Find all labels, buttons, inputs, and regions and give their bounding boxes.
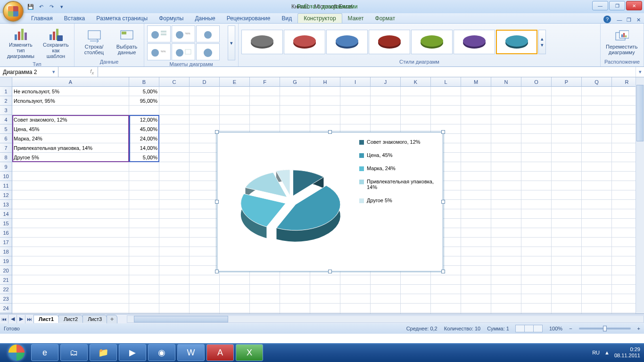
cell[interactable] [159, 96, 190, 106]
cell[interactable] [340, 115, 371, 124]
cell[interactable] [521, 285, 552, 294]
cell[interactable] [310, 275, 340, 285]
cell[interactable] [461, 134, 491, 143]
cell[interactable] [12, 228, 129, 238]
cell[interactable] [220, 275, 250, 285]
formula-input[interactable] [98, 67, 636, 77]
cell[interactable] [12, 181, 129, 190]
resize-handle[interactable] [215, 200, 219, 204]
cell[interactable] [159, 200, 190, 209]
cell[interactable] [552, 153, 582, 162]
office-button[interactable] [3, 1, 24, 22]
cell[interactable] [190, 115, 220, 124]
cell[interactable] [582, 153, 612, 162]
cell[interactable]: Используют, 95% [12, 96, 129, 106]
cell[interactable]: Марка, 24% [12, 134, 129, 143]
cell[interactable] [371, 285, 401, 294]
row-header[interactable]: 10 [0, 172, 12, 181]
cell[interactable] [521, 304, 552, 313]
cell[interactable] [12, 294, 129, 304]
cell[interactable] [250, 96, 280, 106]
cell[interactable] [461, 162, 491, 172]
cell[interactable] [159, 181, 190, 190]
zoom-slider-thumb[interactable] [603, 326, 607, 331]
sheet-tab-3[interactable]: Лист3 [83, 315, 107, 323]
cell[interactable] [552, 209, 582, 219]
cell[interactable] [582, 266, 612, 275]
cell[interactable] [190, 181, 220, 190]
cell[interactable] [461, 285, 491, 294]
row-header[interactable]: 5 [0, 124, 12, 134]
cell[interactable] [340, 285, 371, 294]
resize-handle[interactable] [441, 200, 445, 204]
taskbar-media-icon[interactable]: ▶ [119, 344, 146, 361]
cell[interactable] [431, 304, 461, 313]
scrollbar-thumb[interactable] [134, 316, 228, 322]
cell[interactable] [12, 313, 129, 314]
cell[interactable] [491, 209, 521, 219]
cell[interactable] [431, 285, 461, 294]
cell[interactable]: Совет знакомого, 12% [12, 115, 129, 124]
sheet-nav-prev-icon[interactable]: ◀ [8, 315, 17, 323]
cell[interactable]: 5,00% [129, 87, 159, 96]
cell[interactable] [461, 266, 491, 275]
cell[interactable] [190, 87, 220, 96]
cell[interactable] [159, 247, 190, 256]
cell[interactable] [461, 294, 491, 304]
column-header[interactable]: K [401, 77, 431, 87]
cell[interactable] [12, 266, 129, 275]
cell[interactable] [190, 162, 220, 172]
tab-review[interactable]: Рецензирование [221, 14, 276, 23]
name-box[interactable]: ▾ [0, 67, 58, 77]
row-header[interactable]: 19 [0, 256, 12, 266]
cell[interactable] [521, 294, 552, 304]
cell[interactable] [220, 313, 250, 314]
wb-restore-icon[interactable]: ❐ [625, 16, 633, 23]
style-gallery-more[interactable]: ▴▾ [538, 30, 546, 54]
cell[interactable] [280, 285, 310, 294]
cell[interactable] [552, 190, 582, 200]
row-header[interactable]: 9 [0, 162, 12, 172]
resize-handle[interactable] [215, 130, 219, 134]
start-button[interactable] [4, 344, 29, 361]
view-page-break-button[interactable] [533, 325, 543, 332]
resize-handle[interactable] [441, 130, 445, 134]
cell[interactable] [220, 106, 250, 115]
cell[interactable] [521, 96, 552, 106]
name-box-input[interactable] [3, 69, 45, 75]
cell[interactable] [582, 294, 612, 304]
cell[interactable] [129, 172, 159, 181]
column-header[interactable]: I [340, 77, 371, 87]
cell[interactable] [521, 172, 552, 181]
row-header[interactable]: 8 [0, 153, 12, 162]
cell[interactable] [491, 96, 521, 106]
legend-item[interactable]: Марка, 24% [359, 165, 438, 171]
cell[interactable]: 95,00% [129, 96, 159, 106]
cell[interactable] [340, 275, 371, 285]
cell[interactable] [371, 304, 401, 313]
tab-formulas[interactable]: Формулы [153, 14, 189, 23]
cell[interactable] [129, 162, 159, 172]
cell[interactable] [461, 313, 491, 314]
layout-item[interactable] [196, 43, 220, 60]
cell[interactable] [552, 172, 582, 181]
row-header[interactable]: 11 [0, 181, 12, 190]
cell[interactable] [190, 304, 220, 313]
style-item[interactable] [454, 30, 495, 54]
cell[interactable] [190, 96, 220, 106]
undo-icon[interactable]: ↶ [37, 2, 45, 11]
cell[interactable] [12, 162, 129, 172]
cell[interactable] [582, 200, 612, 209]
cell[interactable] [159, 304, 190, 313]
cell[interactable] [190, 256, 220, 266]
cell[interactable] [491, 124, 521, 134]
column-header[interactable]: N [491, 77, 521, 87]
cell[interactable] [250, 304, 280, 313]
cell[interactable] [521, 124, 552, 134]
cell[interactable] [159, 162, 190, 172]
switch-row-column-button[interactable]: Строка/столбец [77, 27, 111, 57]
tab-chart-design[interactable]: Конструктор [297, 13, 342, 23]
cell[interactable] [250, 313, 280, 314]
cell[interactable] [12, 256, 129, 266]
cell[interactable] [521, 238, 552, 247]
